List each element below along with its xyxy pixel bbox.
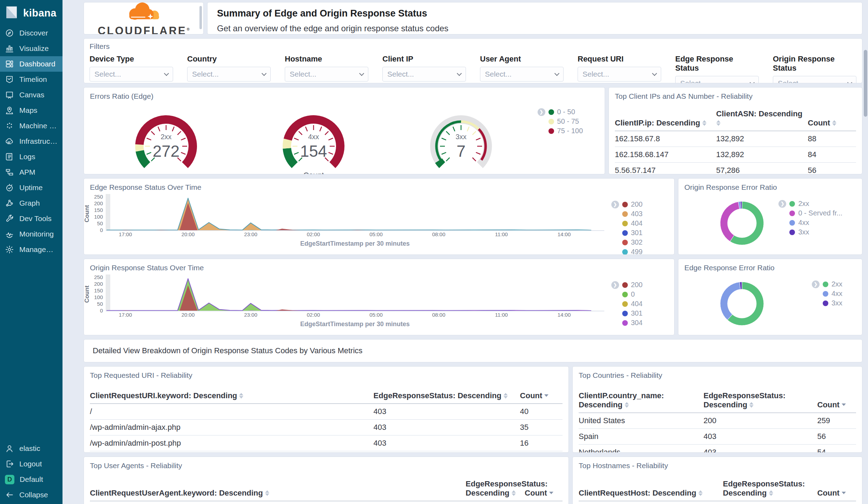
legend-item-4xx[interactable]: 4xx	[812, 289, 842, 298]
legend-item-200[interactable]: ❯200	[611, 200, 643, 209]
filter-label: Request URI	[578, 54, 661, 64]
filter-select-client-ip[interactable]: Select...	[382, 67, 466, 82]
legend-item-0-50[interactable]: ❯0 - 50	[538, 107, 583, 117]
sidebar-item-monitoring[interactable]: Monitoring	[0, 226, 63, 242]
infrastructure-icon	[5, 137, 14, 146]
table-row[interactable]: 162.158.67.8132,89288	[615, 131, 856, 147]
origin-error-ratio-panel: Origin Response Error Ratio ❯2xx0 - Serv…	[678, 178, 862, 255]
sidebar-item-machine-le[interactable]: Machine Le...	[0, 118, 63, 134]
legend-item-304[interactable]: 304	[611, 318, 643, 328]
legend-expand-icon[interactable]: ❯	[538, 108, 545, 116]
sidebar-item-default[interactable]: DDefault	[0, 472, 63, 487]
sidebar-item-graph[interactable]: Graph	[0, 195, 63, 211]
column-header-count[interactable]: Count	[817, 476, 856, 501]
column-header-clientip-ip-descending[interactable]: ClientIP.ip: Descending	[615, 105, 716, 131]
table-cell: Netherlands	[579, 445, 704, 453]
sidebar-item-uptime[interactable]: Uptime	[0, 180, 63, 195]
legend-item-200[interactable]: ❯200	[611, 280, 643, 290]
column-header-clientip-country-name-descending[interactable]: ClientIP.country_name: Descending	[579, 387, 704, 413]
legend-item-403[interactable]: 403	[611, 209, 643, 219]
filter-select-hostname[interactable]: Select...	[285, 67, 368, 82]
legend-expand-icon[interactable]: ❯	[611, 281, 619, 289]
legend-item-404[interactable]: 404	[611, 299, 643, 309]
sidebar-nav: DiscoverVisualizeDashboardTimelionCanvas…	[0, 25, 63, 257]
page-scrollbar[interactable]	[864, 0, 867, 504]
table-row[interactable]: /40340	[90, 404, 563, 420]
filter-select-edge-response-status[interactable]: Select...	[675, 76, 759, 83]
filter-select-user-agent[interactable]: Select...	[480, 67, 564, 82]
legend-color-dot	[622, 282, 628, 288]
legend-item-75-100[interactable]: 75 - 100	[538, 126, 583, 136]
legend-item-404[interactable]: 404	[611, 219, 643, 228]
sidebar-item-maps[interactable]: Maps	[0, 103, 63, 118]
sidebar-item-infrastructure[interactable]: Infrastructure	[0, 134, 63, 149]
sidebar-item-management[interactable]: Management	[0, 242, 63, 257]
logout-icon	[5, 459, 14, 469]
column-header-clientrequesturi-keyword-descending[interactable]: ClientRequestURI.keyword: Descending	[90, 387, 374, 404]
table-row[interactable]: Spain40356	[579, 429, 856, 445]
table-row[interactable]: Netherlands40354	[579, 445, 856, 453]
panel-scrollbar[interactable]	[199, 6, 202, 29]
legend-item-3xx[interactable]: 3xx	[812, 298, 842, 308]
legend-item-302[interactable]: 302	[611, 238, 643, 247]
sidebar-item-timelion[interactable]: Timelion	[0, 72, 63, 87]
legend-item-2xx[interactable]: ❯2xx	[812, 279, 842, 289]
table-row[interactable]: /wp-admin/admin-post.php40316	[90, 435, 563, 451]
collapse-icon	[5, 490, 14, 499]
legend-label: 304	[631, 319, 643, 327]
column-header-edgeresponsestatus-descending[interactable]: EdgeResponseStatus: Descending	[704, 387, 817, 413]
legend-expand-icon[interactable]: ❯	[611, 201, 619, 208]
legend-expand-icon[interactable]: ❯	[778, 200, 786, 208]
filter-label: Device Type	[90, 54, 173, 64]
table-row[interactable]: United States200259	[579, 413, 856, 429]
column-header-edgeresponsestatus-descending[interactable]: EdgeResponseStatus: Descending	[374, 387, 520, 404]
edge-error-ratio-donut	[678, 272, 826, 334]
legend-item-0-served-fr[interactable]: 0 - Served fr...	[778, 208, 842, 218]
legend-item-499[interactable]: 499	[611, 247, 643, 255]
table-row[interactable]: /wp-admin/admin-ajax.php40335	[90, 420, 563, 435]
column-header-edgeresponsestatus-descending[interactable]: EdgeResponseStatus: Descending	[466, 476, 525, 501]
legend-item-3xx[interactable]: 3xx	[778, 227, 842, 237]
table-row[interactable]: Mozilla/5.0 (compatible; CloudFlare-Alwa…	[90, 501, 563, 504]
kibana-logo[interactable]: kibana	[0, 0, 63, 25]
table-row[interactable]: 162.158.68.147132,89284	[615, 147, 856, 163]
sidebar-item-visualize[interactable]: Visualize	[0, 41, 63, 56]
detailed-view-markdown-panel: Detailed View Breakdown of Origin Respon…	[84, 339, 862, 362]
table-row[interactable]: /cdn-cgi/apps/head/xVgyKhR-vV3dAUGhMqfBc…	[90, 451, 563, 453]
legend-item-301[interactable]: 301	[611, 228, 643, 238]
gauge-2xx: 2xx272	[106, 101, 226, 172]
legend-expand-icon[interactable]: ❯	[812, 280, 820, 288]
filter-select-device-type[interactable]: Select...	[90, 67, 173, 82]
column-header-count[interactable]: Count	[808, 105, 856, 131]
select-placeholder: Select...	[94, 70, 121, 78]
column-header-clientrequestuseragent-keyword-descending[interactable]: ClientRequestUserAgent.keyword: Descendi…	[90, 476, 466, 501]
legend-item-2xx[interactable]: ❯2xx	[778, 199, 842, 208]
legend-item-301[interactable]: 301	[611, 309, 643, 318]
column-header-count[interactable]: Count	[520, 387, 563, 404]
sidebar-item-discover[interactable]: Discover	[0, 25, 63, 41]
table-row[interactable]: 5.56.57.14757,28656	[615, 163, 856, 175]
sidebar-item-collapse[interactable]: Collapse	[0, 487, 63, 503]
table-cell: /wp-admin/admin-post.php	[90, 435, 374, 451]
sidebar-item-dashboard[interactable]: Dashboard	[0, 56, 63, 72]
sidebar-item-dev-tools[interactable]: Dev Tools	[0, 211, 63, 226]
sidebar-item-logout[interactable]: Logout	[0, 456, 63, 472]
column-header-clientasn-descending[interactable]: ClientASN: Descending	[716, 105, 808, 131]
column-header-count[interactable]: Count	[817, 387, 856, 413]
table-row[interactable]: camilia.me200242	[579, 501, 856, 504]
sidebar-item-logs[interactable]: Logs	[0, 149, 63, 164]
column-header-edgeresponsestatus-descending[interactable]: EdgeResponseStatus: Descending	[723, 476, 817, 501]
sidebar-item-canvas[interactable]: Canvas	[0, 87, 63, 103]
legend-item-4xx[interactable]: 4xx	[778, 218, 842, 227]
filter-select-country[interactable]: Select...	[187, 67, 271, 82]
page-scrollbar-thumb[interactable]	[864, 50, 867, 117]
svg-text:14:00: 14:00	[558, 312, 571, 318]
sidebar-item-elastic[interactable]: elastic	[0, 441, 63, 456]
filter-select-request-uri[interactable]: Select...	[578, 67, 661, 82]
column-header-clientrequesthost-descending[interactable]: ClientRequestHost: Descending	[579, 476, 723, 501]
legend-item-0[interactable]: 0	[611, 290, 643, 299]
legend-item-50-75[interactable]: 50 - 75	[538, 117, 583, 126]
sidebar-item-apm[interactable]: APM	[0, 164, 63, 180]
sort-icon	[716, 120, 721, 126]
filter-select-origin-response-status[interactable]: Select...	[773, 76, 856, 83]
